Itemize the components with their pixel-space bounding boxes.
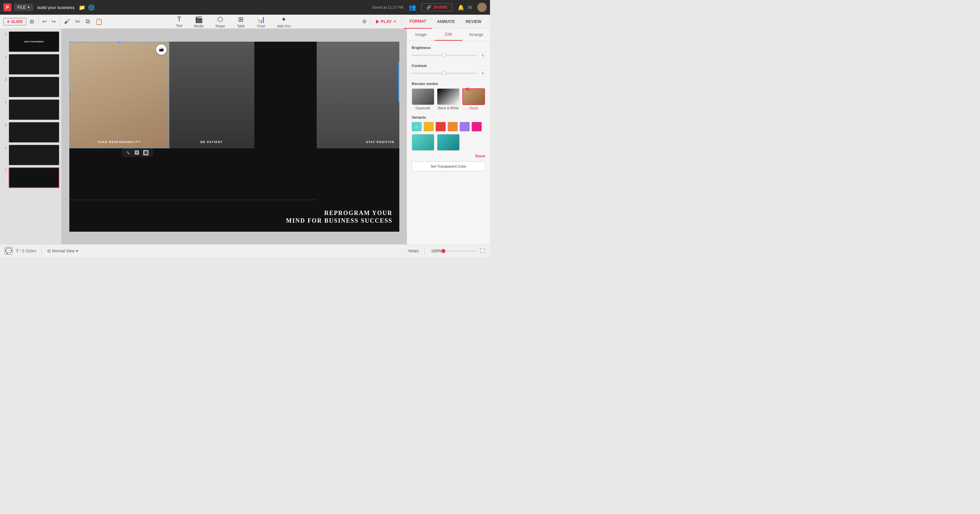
slide-thumb-4[interactable]: 4 bbox=[2, 99, 59, 120]
chat-button[interactable]: 💬 bbox=[5, 247, 13, 255]
animate-tab[interactable]: ANIMATE bbox=[432, 15, 460, 29]
brightness-label: Brightness bbox=[412, 46, 485, 50]
slide-thumb-2[interactable]: 2 bbox=[2, 54, 59, 75]
contrast-slider[interactable] bbox=[412, 73, 476, 74]
slide-thumb-7[interactable]: 7 bbox=[2, 167, 59, 188]
view-mode-button[interactable]: ⊟ Normal View ▾ bbox=[47, 249, 78, 253]
main-area: 1 BUILD YOUR BUSINESS 2 3 4 bbox=[0, 29, 490, 244]
tab-edit[interactable]: Edit bbox=[435, 29, 462, 41]
paste-button[interactable]: 📋 bbox=[93, 17, 105, 27]
slide-canvas[interactable]: TAKE RESPONSIBILITY 🏔 BE bbox=[69, 42, 399, 232]
slide-thumb-1[interactable]: 1 BUILD YOUR BUSINESS bbox=[2, 31, 59, 52]
crop-button[interactable]: ⤡ bbox=[125, 150, 132, 155]
variant-thumb-2[interactable] bbox=[437, 134, 460, 151]
recolor-blackwhite[interactable]: Black & White bbox=[437, 88, 460, 110]
file-menu-button[interactable]: FILE ▼ bbox=[14, 4, 33, 11]
slide-thumb-5[interactable]: 5 bbox=[2, 122, 59, 143]
second-bar: + SLIDE ⊞ ↩ ↪ 🖌 ✂ ⧉ 📋 T Text 🎬 Media ⬡ S… bbox=[0, 15, 490, 29]
filter-button[interactable]: 🔳 bbox=[142, 150, 150, 155]
globe-icon[interactable]: 🌐 bbox=[88, 4, 95, 11]
tab-image[interactable]: Image bbox=[407, 29, 435, 41]
set-transparent-button[interactable]: Set Transparent Color bbox=[412, 161, 485, 171]
slide-thumbnail-7[interactable] bbox=[9, 167, 59, 188]
reset-button[interactable]: Reset bbox=[475, 154, 485, 158]
addons-tool[interactable]: ✦ Add-Ons bbox=[271, 13, 296, 30]
blackwhite-thumb[interactable] bbox=[437, 88, 460, 105]
play-arrow-icon bbox=[376, 20, 379, 24]
image-take-responsibility[interactable]: TAKE RESPONSIBILITY 🏔 bbox=[69, 42, 169, 148]
tab-arrange[interactable]: Arrange bbox=[462, 29, 490, 41]
brightness-value[interactable]: 0 bbox=[479, 53, 485, 58]
notes-button[interactable]: 📄 Notes bbox=[402, 249, 418, 253]
variant-red[interactable] bbox=[436, 122, 445, 131]
grid-view-button[interactable]: ⊞ bbox=[28, 17, 36, 26]
scissors-button[interactable]: ✂ bbox=[73, 17, 82, 27]
image-replace-icon[interactable]: 🏔 bbox=[156, 45, 167, 55]
variant-yellow[interactable] bbox=[424, 122, 434, 131]
top-bar: P FILE ▼ build your business 📁 🌐 Saved a… bbox=[0, 0, 490, 15]
doc-icons: 📁 🌐 bbox=[79, 4, 95, 11]
slide-thumbnail-3[interactable] bbox=[9, 77, 59, 97]
panel-content: Brightness 0 Contrast 0 bbox=[407, 41, 490, 244]
zoom-slider[interactable] bbox=[443, 250, 477, 251]
settings-button[interactable]: ⚙ bbox=[362, 18, 367, 25]
media-tool[interactable]: 🎬 Media bbox=[188, 13, 209, 30]
handle-tl[interactable] bbox=[69, 42, 71, 43]
slide-thumb-6[interactable]: 6 bbox=[2, 145, 59, 165]
handle-bl[interactable] bbox=[69, 147, 71, 148]
chart-tool[interactable]: 📊 Chart bbox=[251, 13, 271, 30]
variant-pink[interactable] bbox=[472, 122, 482, 131]
divider2 bbox=[60, 18, 60, 25]
variants-title: Variants bbox=[412, 115, 485, 119]
variant-orange[interactable] bbox=[448, 122, 458, 131]
slide-thumbnail-5[interactable] bbox=[9, 122, 59, 143]
play-dropdown-icon[interactable]: ▼ bbox=[393, 20, 397, 23]
grayscale-label: Grayscale bbox=[415, 106, 430, 110]
slide-thumbnail-2[interactable] bbox=[9, 54, 59, 75]
slide-thumb-3[interactable]: 3 bbox=[2, 77, 59, 97]
paintbrush-button[interactable]: 🖌 bbox=[62, 17, 72, 27]
variant-teal[interactable]: ✓ bbox=[412, 122, 422, 131]
play-button[interactable]: PLAY ▼ bbox=[372, 15, 400, 29]
fullscreen-button[interactable]: ⛶ bbox=[480, 248, 485, 254]
total-slides-count: 8 Slides bbox=[22, 249, 37, 253]
table-tool[interactable]: ⊞ Table bbox=[231, 13, 251, 30]
handle-bm[interactable] bbox=[118, 147, 121, 148]
slide-thumbnail-4[interactable] bbox=[9, 99, 59, 120]
bell-icon[interactable]: 🔔 bbox=[458, 4, 465, 11]
handle-ml[interactable] bbox=[69, 94, 71, 96]
slide-thumbnail-1[interactable]: BUILD YOUR BUSINESS bbox=[9, 31, 59, 52]
user-avatar[interactable] bbox=[477, 3, 487, 12]
slide-thumbnail-6[interactable] bbox=[9, 145, 59, 165]
divider bbox=[38, 18, 38, 25]
shape-tool[interactable]: ⬡ Shape bbox=[209, 13, 231, 30]
undo-button[interactable]: ↩ bbox=[40, 17, 49, 26]
folder-icon[interactable]: 📁 bbox=[79, 4, 85, 11]
copy-button[interactable]: ⧉ bbox=[84, 17, 92, 27]
recolor-sepia[interactable]: Sepia ➜ bbox=[462, 88, 485, 110]
text-tool[interactable]: T Text bbox=[170, 13, 188, 30]
image-stay-positive[interactable]: STAY POSITIVE bbox=[317, 42, 399, 148]
slide-counter: 7 / 8 Slides bbox=[16, 248, 37, 253]
format-tab[interactable]: FORMAT bbox=[404, 15, 431, 29]
mail-icon[interactable]: ✉ bbox=[468, 4, 472, 11]
stay-positive-label: STAY POSITIVE bbox=[366, 140, 395, 144]
zoom-section: 100% bbox=[431, 249, 477, 253]
variant-thumb-1[interactable] bbox=[412, 134, 434, 151]
contrast-value[interactable]: 0 bbox=[479, 70, 485, 76]
bottom-text: REPROGRAM YOUR MIND FOR BUSINESS SUCCESS bbox=[286, 209, 393, 225]
recolor-grayscale[interactable]: Grayscale bbox=[412, 88, 434, 110]
handle-tm[interactable] bbox=[118, 42, 121, 43]
contrast-label: Contrast bbox=[412, 64, 485, 68]
review-tab[interactable]: REVIEW bbox=[460, 15, 487, 29]
panel-tabs: Image Edit Arrange bbox=[407, 29, 490, 41]
grayscale-thumb[interactable] bbox=[412, 88, 434, 105]
image-be-patient[interactable]: BE PATIENT bbox=[169, 42, 255, 148]
variant-purple[interactable] bbox=[460, 122, 470, 131]
add-slide-button[interactable]: + SLIDE bbox=[3, 18, 26, 25]
redo-button[interactable]: ↪ bbox=[49, 17, 58, 26]
share-button[interactable]: 🔗 SHARE bbox=[422, 3, 452, 11]
replace-image-button[interactable]: 🖼 bbox=[133, 150, 141, 155]
brightness-slider[interactable] bbox=[412, 55, 476, 56]
collaborators-icon[interactable]: 👥 bbox=[409, 4, 416, 11]
